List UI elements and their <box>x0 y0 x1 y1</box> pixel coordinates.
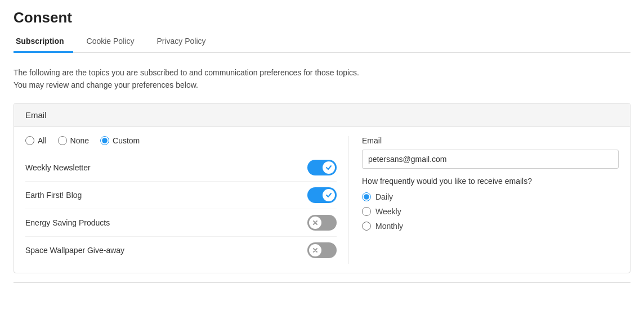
bottom-divider <box>14 282 630 283</box>
tab-cookie-policy[interactable]: Cookie Policy <box>84 31 144 53</box>
subscription-item-energy-saving: Energy Saving Products <box>25 209 337 237</box>
email-section-header: Email <box>14 103 630 127</box>
page-container: Consent Subscription Cookie Policy Priva… <box>0 0 644 292</box>
sub-label-energy: Energy Saving Products <box>25 218 110 227</box>
toggle-knob-earth <box>323 189 335 201</box>
description-text: The following are the topics you are sub… <box>14 66 630 92</box>
frequency-question: How frequently would you like to receive… <box>362 177 619 186</box>
radio-all[interactable]: All <box>25 136 47 145</box>
email-section-body: All None Custom Weekly Newsletter <box>14 127 630 273</box>
email-input[interactable] <box>362 150 619 169</box>
right-panel: Email How frequently would you like to r… <box>348 136 619 264</box>
freq-radio-daily-input[interactable] <box>362 192 371 201</box>
radio-none-label: None <box>70 136 89 145</box>
freq-daily-label: Daily <box>375 192 393 201</box>
toggle-knob-energy <box>309 217 321 229</box>
tab-privacy-policy[interactable]: Privacy Policy <box>154 31 214 53</box>
subscription-item-space-wallpaper: Space Wallpaper Give-away <box>25 237 337 264</box>
freq-radio-daily[interactable]: Daily <box>362 192 619 201</box>
radio-custom[interactable]: Custom <box>100 136 140 145</box>
radio-none-input[interactable] <box>58 136 67 145</box>
toggle-knob-weekly <box>323 161 335 174</box>
sub-label-space: Space Wallpaper Give-away <box>25 246 124 255</box>
toggle-earth-first[interactable] <box>307 187 337 203</box>
sub-label-earth: Earth First! Blog <box>25 191 82 200</box>
freq-monthly-label: Monthly <box>375 222 403 231</box>
freq-radio-weekly[interactable]: Weekly <box>362 207 619 216</box>
toggle-space-wallpaper[interactable] <box>307 242 337 258</box>
page-title: Consent <box>14 9 630 26</box>
left-panel: All None Custom Weekly Newsletter <box>25 136 348 264</box>
tab-subscription[interactable]: Subscription <box>14 31 73 53</box>
radio-all-label: All <box>38 136 47 145</box>
toggle-knob-space <box>309 244 321 256</box>
freq-radio-weekly-input[interactable] <box>362 207 371 216</box>
subscription-item-weekly-newsletter: Weekly Newsletter <box>25 154 337 182</box>
sub-label-weekly: Weekly Newsletter <box>25 163 91 172</box>
radio-custom-label: Custom <box>113 136 140 145</box>
email-field-label: Email <box>362 136 619 145</box>
tabs-nav: Subscription Cookie Policy Privacy Polic… <box>14 31 630 53</box>
radio-all-input[interactable] <box>25 136 34 145</box>
freq-radio-monthly-input[interactable] <box>362 222 371 231</box>
toggle-energy-saving[interactable] <box>307 215 337 231</box>
radio-none[interactable]: None <box>58 136 89 145</box>
subscription-item-earth-first: Earth First! Blog <box>25 182 337 209</box>
freq-radio-monthly[interactable]: Monthly <box>362 222 619 231</box>
subscription-type-radio-group: All None Custom <box>25 136 337 145</box>
radio-custom-input[interactable] <box>100 136 109 145</box>
frequency-options: Daily Weekly Monthly <box>362 192 619 231</box>
freq-weekly-label: Weekly <box>375 207 401 216</box>
email-section-card: Email All None Custom <box>14 103 630 273</box>
toggle-weekly-newsletter[interactable] <box>307 160 337 175</box>
